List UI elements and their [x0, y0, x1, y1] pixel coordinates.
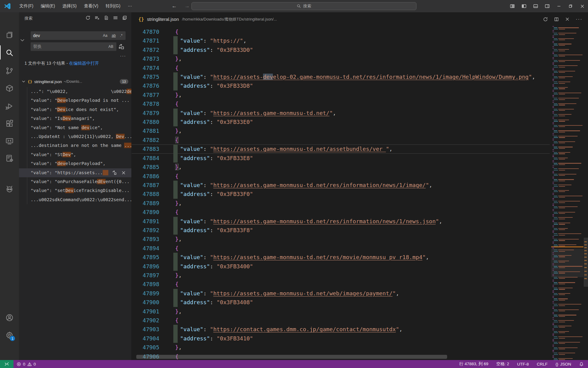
code-line[interactable]: 47896"address": "0x3FB3400"	[132, 262, 550, 271]
activity-item-search[interactable]	[0, 47, 19, 58]
code-line[interactable]: 47904"address": "0x3FB3410"	[132, 334, 550, 343]
activity-item-package[interactable]	[0, 83, 19, 94]
search-result-row[interactable]: ...u0022sdkCommand\u0022:\u0022send...	[19, 195, 131, 204]
replace-all-icon[interactable]	[118, 44, 124, 50]
activity-item-source-control[interactable]	[0, 65, 19, 76]
search-result-row[interactable]: "value": "Device does not exist",	[19, 105, 131, 114]
code-line[interactable]: 47873},	[132, 54, 550, 63]
back-button[interactable]: ←	[170, 2, 178, 10]
code-lines[interactable]: 47870{47871"value": "https://",47872"add…	[132, 27, 550, 361]
restore-button[interactable]	[565, 0, 576, 12]
minimap[interactable]	[551, 26, 583, 360]
match-case-toggle[interactable]: Aa	[102, 33, 108, 38]
code-line[interactable]: 47886{	[132, 172, 550, 181]
overview-ruler[interactable]	[583, 26, 588, 360]
search-result-row[interactable]: "value": "StDev",	[19, 150, 131, 159]
menu-more[interactable]: ···	[124, 2, 135, 10]
code-line[interactable]: 47883"value": "https://assets.game-monmu…	[132, 144, 550, 153]
toggle-sidebar-icon[interactable]	[518, 0, 530, 12]
customize-layout-icon[interactable]	[507, 0, 518, 12]
activity-item-ai-assistant[interactable]	[0, 183, 19, 194]
code-line[interactable]: 47894{	[132, 244, 550, 253]
search-result-row[interactable]: ...destination are not on the same ...	[19, 141, 131, 150]
code-line[interactable]: 47887"value": "https://assets.game-monmu…	[132, 181, 550, 190]
toggle-secondary-sidebar-icon[interactable]	[541, 0, 553, 12]
regex-toggle[interactable]: .*	[119, 33, 123, 38]
command-center-search[interactable]: 搜索	[191, 2, 417, 10]
search-result-row[interactable]: "value": "developerPayload",	[19, 159, 131, 168]
code-line[interactable]: 47880"address": "0x3FB33E0"	[132, 117, 550, 126]
toggle-panel-icon[interactable]	[530, 0, 541, 12]
split-editor-icon[interactable]	[554, 17, 559, 22]
toggle-replace-chevron-icon[interactable]	[20, 37, 25, 43]
code-line[interactable]: 47884"address": "0x3FB33E8"	[132, 154, 550, 163]
search-result-row[interactable]: "value": "DeveloperPayload is not ...	[19, 96, 131, 105]
dismiss-icon[interactable]	[121, 171, 126, 175]
code-line[interactable]: 47895"value": "https://assets.game-monmu…	[132, 253, 550, 262]
clear-results-icon[interactable]	[95, 15, 100, 20]
code-line[interactable]: 47893},	[132, 235, 550, 243]
editor-file-name[interactable]: stringliteral.json	[147, 17, 179, 22]
replace-input[interactable]: 替换 AB	[31, 42, 116, 51]
code-line[interactable]: 47879"value": "https://assets.game-monmu…	[132, 109, 550, 117]
bell-icon[interactable]	[579, 362, 584, 366]
open-in-editor-link[interactable]: 在编辑器中打开	[69, 61, 99, 66]
eol-sequence[interactable]: CRLF	[537, 362, 548, 366]
menu-selection[interactable]: 选择(S)	[59, 2, 80, 10]
preserve-case-toggle[interactable]: AB	[108, 44, 114, 49]
view-as-list-icon[interactable]	[113, 15, 118, 20]
more-editor-actions[interactable]: ···	[576, 17, 582, 22]
code-line[interactable]: 47871"value": "https://",	[132, 36, 550, 45]
code-line[interactable]: 47870{	[132, 27, 550, 36]
code-line[interactable]: 47905},	[132, 343, 550, 352]
close-editor-icon[interactable]	[565, 17, 570, 21]
cursor-position[interactable]: 行 47883, 列 69	[459, 361, 488, 367]
code-line[interactable]: 47898{	[132, 280, 550, 289]
more-search-actions[interactable]: ···	[120, 53, 126, 58]
close-button[interactable]	[576, 0, 588, 12]
collapse-all-icon[interactable]	[122, 15, 127, 20]
minimize-button[interactable]	[553, 0, 565, 12]
encoding[interactable]: UTF-8	[517, 362, 529, 366]
code-line[interactable]: 47872"address": "0x3FB33D0"	[132, 45, 550, 54]
activity-item-remote-explorer[interactable]	[0, 136, 19, 147]
activity-item-settings[interactable]	[0, 330, 19, 341]
menu-view[interactable]: 查看(V)	[81, 2, 102, 10]
open-search-editor-icon[interactable]	[104, 15, 109, 20]
indentation[interactable]: 空格: 2	[496, 361, 509, 367]
menu-edit[interactable]: 编辑(E)	[37, 2, 58, 10]
code-line[interactable]: 47890{	[132, 208, 550, 217]
whole-word-toggle[interactable]: ab	[111, 33, 116, 38]
code-line[interactable]: 47875"value": "https://assets-develop-02…	[132, 72, 550, 81]
code-line[interactable]: 47891"value": "https://assets.game-monmu…	[132, 217, 550, 226]
code-line[interactable]: 47897},	[132, 271, 550, 280]
code-line[interactable]: 47885},	[132, 163, 550, 171]
code-line[interactable]: 47903"value": "https://contact.games.dmm…	[132, 325, 550, 334]
search-result-row[interactable]: "value": "onPurchaseFailedEvent({0...	[19, 177, 131, 186]
activity-item-accounts[interactable]	[0, 312, 19, 323]
code-line[interactable]: 47900"address": "0x3FB3408"	[132, 298, 550, 307]
code-line[interactable]: 47878{	[132, 99, 550, 108]
activity-item-tools-file[interactable]	[0, 153, 19, 164]
search-result-row[interactable]: "value": "https://assets...	[19, 168, 131, 177]
menu-file[interactable]: 文件(F)	[16, 2, 37, 10]
activity-item-explorer[interactable]	[0, 29, 19, 40]
code-line[interactable]: 47888"address": "0x3FB33F0"	[132, 190, 550, 198]
menu-goto[interactable]: 转到(G)	[102, 2, 124, 10]
code-line[interactable]: 47881},	[132, 126, 550, 135]
code-line[interactable]: 47877},	[132, 90, 550, 99]
forward-button[interactable]: →	[183, 2, 191, 10]
code-line[interactable]: 47899"value": "https://assets.game-monmu…	[132, 289, 550, 298]
refresh-icon[interactable]	[85, 15, 90, 20]
code-line[interactable]: 47892"address": "0x3FB33F8"	[132, 226, 550, 235]
search-result-row[interactable]: ...UpdateAt : \u0022{11}\u0022, Dev...	[19, 132, 131, 141]
code-line[interactable]: 47876"address": "0x3FB33D8"	[132, 81, 550, 90]
activity-item-extensions[interactable]	[0, 118, 19, 129]
code-line[interactable]: 47889},	[132, 199, 550, 208]
code-line[interactable]: 47901},	[132, 307, 550, 316]
activity-item-run-debug[interactable]	[0, 101, 19, 112]
code-line[interactable]: 47882{	[132, 136, 550, 144]
result-file-row[interactable]: {} stringliteral.json ~/Downlo... 13	[19, 77, 131, 86]
search-result-row[interactable]: "value": "setDeviceTrackingDisable...	[19, 186, 131, 195]
search-result-row[interactable]: "value": "IsDevanagari",	[19, 114, 131, 123]
